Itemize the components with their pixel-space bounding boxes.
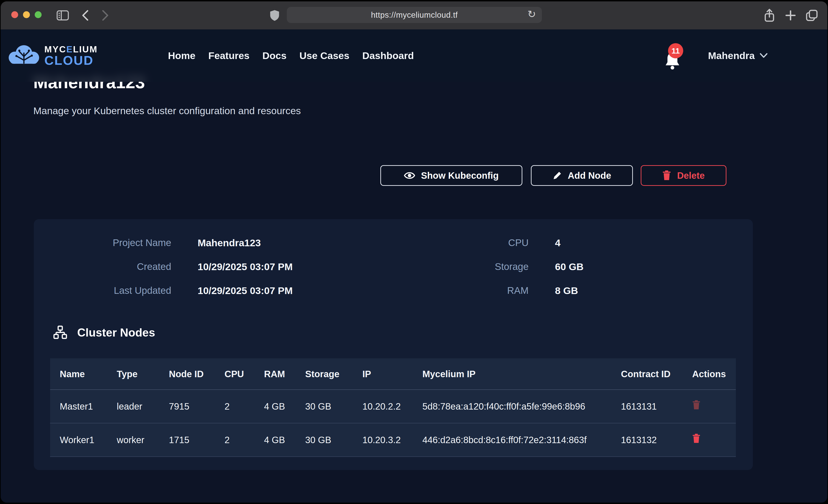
logo-text: MYCELIUM CLOUD (44, 45, 98, 67)
created-value: 10/29/2025 03:07 PM (198, 261, 293, 272)
cell-type: worker (107, 423, 159, 457)
chevron-right-icon (102, 10, 109, 21)
cell-ip: 10.20.2.2 (353, 390, 413, 423)
table-header-row: Name Type Node ID CPU RAM Storage IP Myc… (50, 359, 736, 390)
cell-mycelium-ip: 5d8:78ea:a120:f40c:ff0f:a5fe:99e6:8b96 (413, 390, 611, 423)
zoom-window-button[interactable] (35, 11, 42, 18)
show-kubeconfig-button[interactable]: Show Kubeconfig (380, 165, 522, 186)
cell-storage: 30 GB (295, 390, 353, 423)
nav-link-docs[interactable]: Docs (262, 50, 287, 61)
nav-links: Home Features Docs Use Cases Dashboard (168, 30, 414, 82)
col-name: Name (50, 359, 107, 390)
mycelium-cloud-logo-icon (7, 42, 41, 69)
chevron-left-icon (82, 10, 88, 21)
col-actions: Actions (682, 359, 736, 390)
sidebar-toggle-button[interactable] (55, 1, 70, 30)
last-updated-value: 10/29/2025 03:07 PM (198, 285, 293, 296)
ram-row: RAM 8 GB (436, 284, 583, 297)
cell-cpu: 2 (215, 423, 254, 457)
notification-badge: 11 (668, 43, 683, 58)
notifications-button[interactable]: 11 (660, 47, 685, 75)
cell-ram: 4 GB (254, 390, 295, 423)
ram-value: 8 GB (555, 285, 578, 296)
new-tab-button[interactable] (783, 1, 798, 30)
user-menu[interactable]: Mahendra (708, 30, 768, 82)
trash-icon (662, 170, 671, 180)
nav-link-features[interactable]: Features (208, 50, 249, 61)
url-text: https://myceliumcloud.tf (371, 10, 458, 19)
browser-window: https://myceliumcloud.tf ↻ Mahendra123 M… (1, 1, 827, 503)
logo[interactable]: MYCELIUM CLOUD (7, 42, 98, 69)
show-kubeconfig-label: Show Kubeconfig (421, 170, 499, 181)
cell-contract-id: 1613132 (611, 423, 682, 457)
delete-node-button[interactable] (692, 434, 700, 444)
col-node-id: Node ID (159, 359, 215, 390)
project-info-right: CPU 4 Storage 60 GB RAM 8 GB (436, 237, 583, 297)
tab-overview-button[interactable] (804, 1, 819, 30)
reload-icon: ↻ (527, 8, 536, 20)
nav-link-use-cases[interactable]: Use Cases (299, 50, 349, 61)
cell-name: Worker1 (50, 423, 107, 457)
delete-cluster-button[interactable]: Delete (641, 165, 727, 186)
cluster-nodes-title: Cluster Nodes (77, 326, 155, 339)
share-button[interactable] (762, 1, 777, 30)
reload-button[interactable]: ↻ (527, 9, 536, 19)
top-navigation: MYCELIUM CLOUD Home Features Docs Use Ca… (1, 30, 827, 82)
address-bar[interactable]: https://myceliumcloud.tf ↻ (287, 7, 542, 23)
created-row: Created 10/29/2025 03:07 PM (34, 260, 293, 273)
trash-icon (692, 400, 700, 410)
pencil-icon (553, 171, 562, 180)
nav-link-dashboard[interactable]: Dashboard (362, 50, 414, 61)
cell-node-id: 7915 (159, 390, 215, 423)
col-cpu: CPU (215, 359, 254, 390)
trash-icon (692, 434, 700, 444)
cell-storage: 30 GB (295, 423, 353, 457)
cell-ram: 4 GB (254, 423, 295, 457)
storage-row: Storage 60 GB (436, 260, 583, 273)
browser-toolbar: https://myceliumcloud.tf ↻ (1, 1, 827, 30)
cluster-nodes-heading: Cluster Nodes (53, 325, 155, 340)
page-subtitle: Manage your Kubernetes cluster configura… (33, 105, 301, 117)
close-window-button[interactable] (11, 11, 18, 18)
forward-button[interactable] (98, 1, 112, 30)
privacy-shield-icon[interactable] (267, 1, 282, 30)
table-row: Worker1 worker 1715 2 4 GB 30 GB 10.20.3… (50, 423, 736, 457)
shield-icon (270, 9, 280, 22)
col-mycelium-ip: Mycelium IP (413, 359, 611, 390)
chevron-down-icon (760, 53, 768, 58)
table-row: Master1 leader 7915 2 4 GB 30 GB 10.20.2… (50, 390, 736, 423)
delete-node-button[interactable] (692, 400, 700, 411)
add-node-button[interactable]: Add Node (531, 165, 633, 186)
cpu-value: 4 (555, 237, 561, 249)
storage-value: 60 GB (555, 261, 583, 272)
back-button[interactable] (78, 1, 92, 30)
col-ip: IP (353, 359, 413, 390)
cell-name: Master1 (50, 390, 107, 423)
delete-label: Delete (677, 170, 705, 181)
cell-ip: 10.20.3.2 (353, 423, 413, 457)
last-updated-label: Last Updated (34, 285, 171, 296)
project-name-row: Project Name Mahendra123 (34, 237, 293, 249)
col-storage: Storage (295, 359, 353, 390)
cell-contract-id: 1613131 (611, 390, 682, 423)
ram-label: RAM (436, 285, 529, 296)
sidebar-icon (56, 9, 70, 22)
created-label: Created (34, 261, 171, 272)
cell-mycelium-ip: 446:d2a6:8bcd:8c16:ff0f:72e2:3114:863f (413, 423, 611, 457)
cluster-nodes-table: Name Type Node ID CPU RAM Storage IP Myc… (50, 359, 736, 457)
storage-label: Storage (436, 261, 529, 272)
cpu-row: CPU 4 (436, 237, 583, 249)
nav-link-home[interactable]: Home (168, 50, 195, 61)
col-type: Type (107, 359, 159, 390)
project-name-label: Project Name (34, 237, 171, 248)
minimize-window-button[interactable] (23, 11, 30, 18)
col-contract-id: Contract ID (611, 359, 682, 390)
project-info-left: Project Name Mahendra123 Created 10/29/2… (34, 237, 293, 297)
eye-icon (404, 171, 415, 180)
tabs-icon (805, 9, 818, 22)
plus-icon (785, 10, 796, 21)
project-panel: Project Name Mahendra123 Created 10/29/2… (34, 219, 753, 470)
page: Mahendra123 Manage your Kubernetes clust… (1, 30, 827, 503)
add-node-label: Add Node (568, 170, 611, 181)
cell-node-id: 1715 (159, 423, 215, 457)
